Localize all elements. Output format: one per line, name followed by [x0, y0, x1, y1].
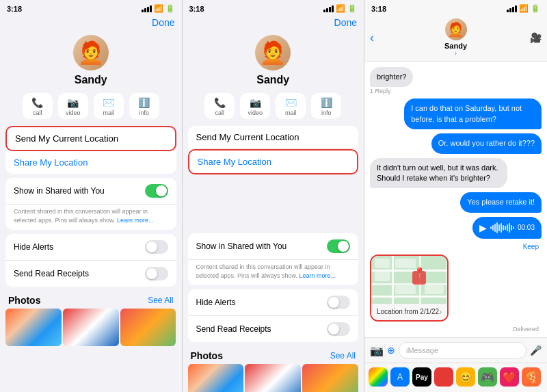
read-receipts-toggle-2[interactable]: [327, 322, 350, 336]
location-card[interactable]: 📍 Location from 2/1/22 ›: [370, 254, 449, 322]
map-block-4: [395, 285, 416, 294]
status-icons-2: 📶 🔋: [323, 4, 357, 13]
msg-battery-icon: 🔋: [531, 4, 540, 13]
photo-thumb-5[interactable]: [245, 364, 301, 392]
photos-header-2: Photos See All: [183, 346, 364, 364]
msg-time: 3:18: [371, 5, 386, 13]
send-current-location-2[interactable]: Send My Current Location: [188, 126, 359, 149]
learn-more-link[interactable]: Learn more...: [117, 217, 154, 224]
show-shared-row-2: Show in Shared with You: [188, 233, 359, 260]
contact-header-2: 🧑‍🦰 Sandy: [183, 31, 364, 93]
msg-bubble-3: Or, would you rather do it???: [431, 133, 542, 153]
show-shared-toggle-2[interactable]: [327, 239, 350, 253]
video-call-button[interactable]: 🎥: [530, 32, 542, 43]
photo-thumb-2[interactable]: [63, 309, 119, 346]
emoji-icon-2[interactable]: 🎮: [478, 367, 497, 387]
photo-thumb-3[interactable]: [120, 309, 176, 346]
messages-header: ‹ 🧑‍🦰 Sandy › 🎥: [364, 14, 547, 62]
emoji-icon-3[interactable]: ❤️: [500, 367, 519, 387]
alerts-section-2: Hide Alerts Send Read Receipts: [188, 289, 359, 342]
avatar-emoji-2: 🧑‍🦰: [259, 42, 286, 64]
msg-row-3: Or, would you rather do it???: [370, 133, 542, 153]
hide-alerts-toggle-1[interactable]: [145, 240, 168, 254]
wifi-icon: 📶: [154, 4, 163, 13]
see-all-1[interactable]: See All: [148, 296, 173, 305]
avatar-1: 🧑‍🦰: [73, 35, 109, 70]
emoji-icon-1[interactable]: 😊: [456, 367, 475, 387]
road-h3: [371, 296, 447, 298]
applepay-dock-icon[interactable]: Pay: [412, 367, 431, 387]
reply-note-1[interactable]: 1 Reply: [370, 88, 391, 94]
map-pin: 📍: [414, 267, 425, 278]
call-icon-2: 📞: [214, 97, 226, 108]
map-block-3: [375, 272, 390, 281]
msg-status-bar: 3:18 📶 🔋: [364, 0, 547, 14]
info-button-2[interactable]: ℹ️ info: [311, 93, 341, 119]
msg-row-4: It didn't turn out well, but it was dark…: [370, 158, 542, 189]
signal-icon: [142, 5, 152, 12]
last-dock-icon[interactable]: 🍕: [522, 367, 541, 387]
read-receipts-label-2: Send Read Receipts: [196, 324, 271, 334]
video-button-2[interactable]: 📷 video: [240, 93, 270, 119]
see-all-2[interactable]: See All: [330, 351, 356, 361]
share-my-location-1[interactable]: Share My Location: [5, 151, 176, 174]
msg-bubble-4: It didn't turn out well, but it was dark…: [370, 158, 507, 189]
camera-icon[interactable]: 📷: [370, 344, 384, 357]
avatar-emoji-1: 🧑‍🦰: [77, 42, 105, 64]
red-circle-icon[interactable]: [434, 367, 453, 387]
show-shared-toggle-1[interactable]: [145, 184, 168, 198]
info-button-1[interactable]: ℹ️ info: [129, 93, 159, 119]
share-my-location-2[interactable]: Share My Location: [188, 149, 359, 174]
play-icon[interactable]: ▶: [479, 222, 487, 233]
appstore-dock-icon[interactable]: A: [390, 367, 410, 387]
location-chevron-icon: ›: [439, 307, 442, 317]
msg-row-location: 📍 Location from 2/1/22 ›: [370, 254, 542, 322]
photo-thumb-4[interactable]: [188, 364, 244, 392]
done-button-1[interactable]: Done: [0, 14, 182, 31]
call-icon: 📞: [31, 97, 43, 108]
settings-section-1: Show in Shared with You Content shared i…: [5, 178, 176, 230]
learn-more-link-2[interactable]: Learn more...: [299, 272, 336, 279]
status-bar-2: 3:18 📶 🔋: [183, 0, 364, 14]
battery-icon: 🔋: [165, 4, 175, 13]
apps-icon[interactable]: ⊕: [387, 345, 395, 356]
app-dock: A Pay 😊 🎮 ❤️ 🍕: [364, 363, 547, 392]
location-card-label: Location from 2/1/22: [377, 308, 439, 315]
read-receipts-row-2: Send Read Receipts: [188, 316, 359, 342]
back-button[interactable]: ‹: [370, 31, 374, 45]
photo-thumb-1[interactable]: [5, 309, 62, 346]
call-button-1[interactable]: 📞 call: [23, 93, 53, 119]
call-label: call: [33, 109, 42, 116]
video-button-1[interactable]: 📷 video: [58, 93, 88, 119]
map-block-5: [425, 285, 444, 294]
msg-bubble-2: I can do that on Saturday, but not befor…: [404, 99, 542, 129]
mail-button-2[interactable]: ✉️ mail: [276, 93, 306, 119]
info-icon-2: ℹ️: [321, 97, 332, 108]
toggle-knob-4: [338, 241, 349, 252]
photos-dock-icon[interactable]: [369, 367, 388, 387]
message-input[interactable]: iMessage: [399, 342, 526, 358]
msg-bubble-1: brighter?: [370, 67, 413, 87]
send-current-location-1[interactable]: Send My Current Location: [5, 126, 176, 151]
shared-note-2: Content shared in this conversation will…: [188, 260, 359, 285]
mic-icon[interactable]: 🎤: [530, 345, 542, 356]
mail-button-1[interactable]: ✉️ mail: [94, 93, 124, 119]
road-v1: [392, 256, 394, 304]
voice-message[interactable]: ▶ 00:03: [472, 217, 542, 239]
call-button-2[interactable]: 📞 call: [204, 93, 235, 119]
info-label: info: [139, 109, 149, 116]
messages-panel: 3:18 📶 🔋 ‹ 🧑‍🦰 Sandy › 🎥 brighter? 1 Rep…: [364, 0, 547, 392]
settings-section-2: Show in Shared with You Content shared i…: [188, 233, 359, 285]
msg-contact-sub[interactable]: ›: [455, 50, 457, 57]
show-shared-label-2: Show in Shared with You: [196, 241, 287, 251]
msg-row-voice: ▶ 00:03: [370, 217, 542, 239]
photo-thumb-6[interactable]: [302, 364, 358, 392]
mail-icon: ✉️: [103, 97, 114, 108]
done-button-2[interactable]: Done: [183, 14, 364, 31]
voice-duration: 00:03: [518, 224, 535, 231]
hide-alerts-toggle-2[interactable]: [327, 296, 350, 309]
toggle-knob-2: [146, 241, 157, 252]
photos-title-2: Photos: [191, 350, 223, 361]
read-receipts-toggle-1[interactable]: [145, 267, 168, 280]
keep-label[interactable]: Keep: [370, 243, 539, 250]
